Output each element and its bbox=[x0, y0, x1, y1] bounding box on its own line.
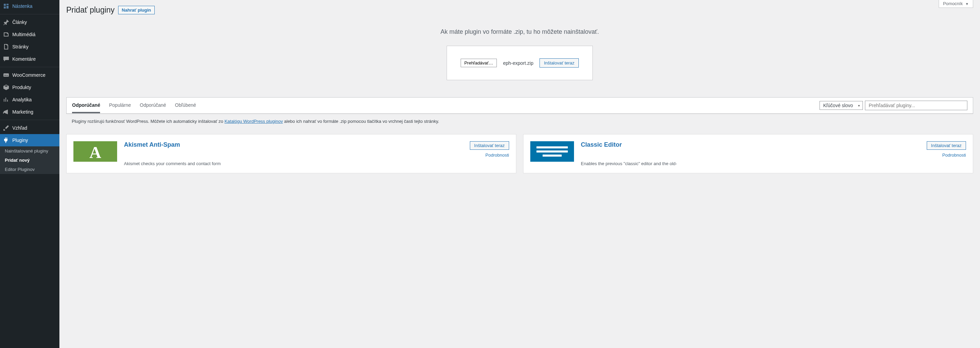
plugin-card: Classic Editor Inštalovať teraz Podrobno… bbox=[523, 134, 973, 173]
upload-plugin-button[interactable]: Nahrať plugin bbox=[118, 6, 155, 14]
page-icon bbox=[3, 43, 10, 50]
main-content: Pomocník ▼ Pridať pluginy Nahrať plugin … bbox=[59, 0, 980, 348]
chevron-down-icon: ▼ bbox=[965, 2, 969, 6]
admin-sidebar: NástenkaČlánkyMultimédiáStránkyKomentáre… bbox=[0, 0, 59, 348]
plugin-install-button[interactable]: Inštalovať teraz bbox=[927, 141, 966, 150]
help-tab-label: Pomocník bbox=[943, 1, 963, 6]
plug-icon bbox=[3, 137, 10, 144]
upload-hint: Ak máte plugin vo formáte .zip, tu ho mô… bbox=[66, 28, 973, 35]
plugin-details-link[interactable]: Podrobnosti bbox=[942, 152, 966, 158]
plugin-card: A Akismet Anti-Spam Inštalovať teraz Pod… bbox=[66, 134, 516, 173]
install-now-button[interactable]: Inštalovať teraz bbox=[539, 59, 579, 68]
menu-label: Pluginy bbox=[12, 138, 28, 143]
search-type-value: Kľúčové slovo bbox=[823, 103, 853, 108]
help-tab[interactable]: Pomocník ▼ bbox=[939, 0, 973, 8]
search-plugins-input[interactable] bbox=[865, 101, 967, 110]
menu-label: Nástenka bbox=[12, 3, 32, 9]
menu-pages[interactable]: Stránky bbox=[0, 41, 59, 53]
plugin-title-link[interactable]: Classic Editor bbox=[581, 141, 622, 149]
filter-tab-2[interactable]: Odporúčané bbox=[140, 98, 166, 113]
menu-plugins[interactable]: Pluginy bbox=[0, 134, 59, 146]
menu-marketing[interactable]: Marketing bbox=[0, 106, 59, 118]
comment-icon bbox=[3, 55, 10, 62]
plugin-title-link[interactable]: Akismet Anti-Spam bbox=[124, 141, 180, 149]
menu-analytics[interactable]: Analytika bbox=[0, 93, 59, 106]
media-icon bbox=[3, 31, 10, 38]
menu-label: Multimédiá bbox=[12, 32, 35, 37]
selected-filename: eph-export.zip bbox=[503, 60, 533, 66]
browse-button[interactable]: Prehľadávať… bbox=[461, 59, 497, 67]
menu-label: Produkty bbox=[12, 85, 31, 90]
submenu-editor[interactable]: Editor Pluginov bbox=[0, 165, 59, 174]
menu-dashboard[interactable]: Nástenka bbox=[0, 0, 59, 12]
menu-separator bbox=[0, 67, 59, 67]
pin-icon bbox=[3, 19, 10, 25]
menu-label: Marketing bbox=[12, 109, 33, 115]
plugin-icon-akismet: A bbox=[73, 141, 117, 162]
filter-tab-3[interactable]: Obľúbené bbox=[175, 98, 196, 113]
woo-icon bbox=[3, 72, 10, 79]
menu-label: Komentáre bbox=[12, 56, 35, 62]
menu-separator bbox=[0, 14, 59, 14]
menu-comments[interactable]: Komentáre bbox=[0, 53, 59, 65]
dashboard-icon bbox=[3, 3, 10, 9]
plugin-description: Akismet checks your comments and contact… bbox=[124, 161, 509, 166]
submenu-add-new[interactable]: Pridať nový bbox=[0, 156, 59, 165]
upload-form: Prehľadávať… eph-export.zip Inštalovať t… bbox=[447, 46, 593, 80]
menu-label: Články bbox=[12, 19, 27, 25]
filter-tab-0[interactable]: Odporúčané bbox=[72, 98, 100, 113]
plugin-description: Enables the previous "classic" editor an… bbox=[581, 161, 966, 166]
menu-label: WooCommerce bbox=[12, 72, 45, 78]
catalog-link[interactable]: Katalógu WordPress pluginov bbox=[224, 119, 283, 124]
page-title: Pridať pluginy bbox=[66, 5, 115, 15]
product-icon bbox=[3, 84, 10, 91]
plugin-details-link[interactable]: Podrobnosti bbox=[485, 152, 509, 158]
analytics-icon bbox=[3, 96, 10, 103]
filter-tab-1[interactable]: Populárne bbox=[109, 98, 131, 113]
menu-media[interactable]: Multimédiá bbox=[0, 28, 59, 41]
menu-label: Analytika bbox=[12, 97, 32, 102]
catalog-help-text: Pluginy rozširujú funkčnosť WordPress. M… bbox=[66, 114, 973, 129]
plugin-icon-classic bbox=[530, 141, 574, 162]
menu-label: Stránky bbox=[12, 44, 28, 49]
chevron-down-icon: ▾ bbox=[858, 104, 860, 108]
menu-label: Vzhľad bbox=[12, 125, 27, 131]
menu-posts[interactable]: Články bbox=[0, 16, 59, 28]
plugin-install-button[interactable]: Inštalovať teraz bbox=[470, 141, 509, 150]
marketing-icon bbox=[3, 109, 10, 115]
submenu-installed[interactable]: Nainštalované pluginy bbox=[0, 146, 59, 156]
filter-panel: OdporúčanéPopulárneOdporúčanéObľúbené Kľ… bbox=[66, 97, 973, 114]
search-type-select[interactable]: Kľúčové slovo ▾ bbox=[819, 101, 863, 110]
menu-products[interactable]: Produkty bbox=[0, 81, 59, 93]
brush-icon bbox=[3, 125, 10, 131]
menu-woocommerce[interactable]: WooCommerce bbox=[0, 69, 59, 81]
menu-separator bbox=[0, 120, 59, 120]
menu-appearance[interactable]: Vzhľad bbox=[0, 122, 59, 134]
plugins-submenu: Nainštalované pluginyPridať novýEditor P… bbox=[0, 146, 59, 174]
